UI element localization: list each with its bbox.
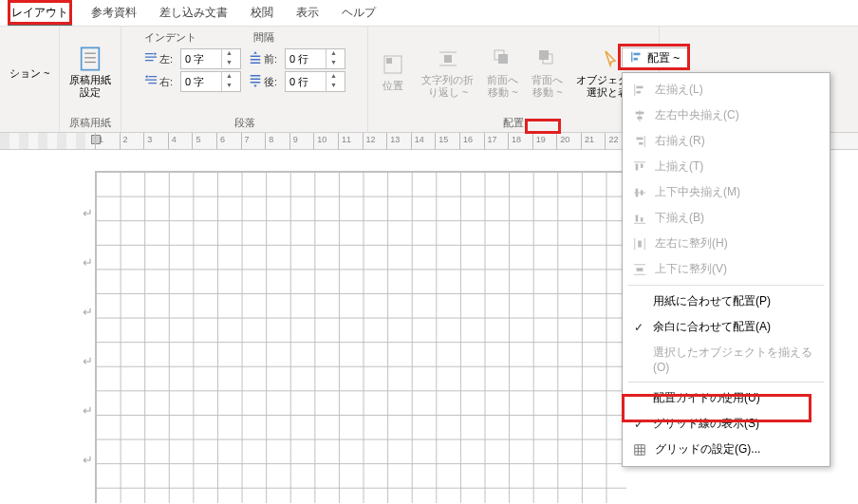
tab-help[interactable]: ヘルプ — [330, 1, 387, 25]
svg-rect-30 — [641, 190, 644, 195]
align-right-icon — [632, 134, 647, 149]
send-backward-button[interactable]: 背面へ 移動 ~ — [528, 44, 567, 101]
spacing-before-value[interactable] — [286, 53, 326, 65]
spacing-after-input[interactable]: ▲▼ — [285, 71, 345, 92]
ribbon-group-arrange: 位置 文字列の折 り返し ~ 前面へ 移動 ~ 背面へ 移動 ~ オブジェクトの… — [368, 27, 660, 132]
menu-use-guides[interactable]: 配置ガイドの使用(U) — [623, 385, 830, 411]
indent-left-input[interactable]: ▲▼ — [180, 48, 241, 69]
svg-rect-0 — [82, 47, 100, 69]
spacing-before-icon — [249, 51, 262, 66]
menu-align-center-h: 左右中央揃え(C) — [623, 103, 830, 128]
menu-align-selected: 選択したオブジェクトを揃える(O) — [623, 340, 830, 379]
menu-align-middle-v: 上下中央揃え(M) — [623, 179, 830, 205]
wrap-icon — [435, 46, 461, 72]
spinner-buttons[interactable]: ▲▼ — [326, 49, 341, 68]
svg-rect-29 — [636, 188, 639, 196]
menu-view-gridlines[interactable]: ✓ グリッド線の表示(S) — [623, 411, 830, 437]
tab-references[interactable]: 参考資料 — [80, 1, 148, 25]
send-back-icon — [534, 46, 561, 72]
menu-align-to-margin[interactable]: ✓ 余白に合わせて配置(A) — [623, 314, 830, 340]
tab-mailings[interactable]: 差し込み文書 — [148, 1, 239, 25]
align-middle-v-icon — [632, 185, 647, 200]
tab-review[interactable]: 校閲 — [239, 1, 285, 25]
spacing-before-input[interactable]: ▲▼ — [285, 48, 345, 69]
grid-icon — [632, 442, 647, 457]
menu-align-to-page[interactable]: 用紙に合わせて配置(P) — [623, 289, 830, 314]
wrap-text-button[interactable]: 文字列の折 り返し ~ — [418, 44, 477, 101]
svg-rect-5 — [386, 58, 392, 64]
menu-label: 上揃え(T) — [655, 159, 703, 175]
group-label-manuscript: 原稿用紙 — [69, 114, 111, 130]
ruler-margin — [0, 133, 95, 149]
menu-label: 左右に整列(H) — [655, 235, 728, 252]
indent-right-input[interactable]: ▲▼ — [180, 71, 241, 92]
menu-align-left: 左揃え(L) — [623, 77, 830, 103]
group-label — [28, 117, 31, 130]
spacing-after-value[interactable] — [286, 76, 326, 87]
menu-label: 右揃え(R) — [655, 133, 705, 149]
menu-label: 選択したオブジェクトを揃える(O) — [653, 345, 820, 374]
menu-distribute-h: 左右に整列(H) — [623, 231, 830, 256]
tab-layout[interactable]: レイアウト — [0, 1, 80, 25]
align-dropdown-menu: 左揃え(L) 左右中央揃え(C) 右揃え(R) 上揃え(T) 上下中央揃え(M)… — [622, 72, 830, 467]
svg-rect-21 — [637, 116, 642, 119]
svg-rect-18 — [637, 90, 641, 93]
ribbon-tabs: レイアウト 参考資料 差し込み文書 校閲 表示 ヘルプ — [0, 0, 858, 27]
menu-grid-settings[interactable]: グリッドの設定(G)... — [623, 437, 830, 462]
menu-label: グリッドの設定(G)... — [655, 441, 760, 457]
ribbon-group-manuscript: 原稿用紙 設定 原稿用紙 — [60, 27, 121, 132]
section-label: ション ~ — [9, 67, 49, 80]
svg-rect-6 — [444, 55, 452, 63]
group-label-arrange: 配置 — [503, 114, 524, 130]
spinner-buttons[interactable]: ▲▼ — [221, 72, 236, 91]
ribbon-group-paragraph: インデント 間隔 左: ▲▼ 前: ▲▼ — [121, 27, 368, 132]
paragraph-mark-icon: ↵ — [83, 403, 93, 418]
indent-right-value[interactable] — [181, 76, 221, 87]
tab-view[interactable]: 表示 — [285, 1, 330, 25]
align-icon — [630, 50, 644, 66]
bring-forward-button[interactable]: 前面へ 移動 ~ — [483, 44, 522, 101]
menu-distribute-v: 上下に整列(V) — [623, 256, 830, 282]
ribbon-group-truncated: ション ~ — [0, 27, 60, 132]
manuscript-settings-button[interactable]: 原稿用紙 設定 — [65, 44, 115, 101]
svg-rect-17 — [637, 85, 644, 88]
right-label: 右: — [159, 75, 173, 89]
left-label: 左: — [159, 52, 173, 66]
svg-rect-9 — [498, 54, 508, 64]
group-label-paragraph: 段落 — [234, 114, 255, 130]
indent-left-value[interactable] — [181, 53, 221, 65]
position-label: 位置 — [382, 80, 403, 92]
wrap-label: 文字列の折 り返し ~ — [421, 74, 474, 99]
check-mark-icon: ✓ — [632, 418, 645, 431]
spinner-buttons[interactable]: ▲▼ — [221, 49, 236, 68]
align-top-icon — [632, 159, 647, 175]
back-label: 背面へ 移動 ~ — [532, 74, 563, 99]
align-button-label: 配置 ~ — [647, 50, 680, 66]
align-dropdown-button[interactable]: 配置 ~ — [622, 47, 688, 68]
svg-rect-24 — [639, 141, 643, 144]
position-button[interactable]: 位置 — [374, 49, 412, 94]
align-bottom-icon — [632, 211, 647, 226]
check-mark-icon: ✓ — [632, 321, 645, 334]
menu-label: 上下中央揃え(M) — [655, 184, 740, 200]
bring-forward-icon — [490, 46, 516, 72]
document-grid[interactable]: ↵ ↵ ↵ ↵ ↵ ↵ — [95, 171, 626, 503]
distribute-h-icon — [632, 236, 647, 252]
section-button[interactable]: ション ~ — [6, 65, 53, 82]
menu-align-right: 右揃え(R) — [623, 128, 830, 154]
menu-label: 用紙に合わせて配置(P) — [653, 293, 771, 309]
position-icon — [380, 51, 406, 78]
align-left-icon — [632, 83, 647, 98]
align-center-h-icon — [632, 108, 647, 123]
spacing-header: 間隔 — [253, 30, 274, 47]
svg-rect-20 — [636, 111, 644, 114]
menu-align-bottom: 下揃え(B) — [623, 205, 830, 231]
indent-header: インデント — [144, 30, 196, 47]
menu-separator — [628, 285, 824, 286]
svg-rect-39 — [637, 268, 644, 271]
svg-rect-33 — [641, 217, 644, 221]
svg-rect-11 — [539, 50, 549, 60]
paragraph-mark-icon: ↵ — [83, 354, 93, 368]
distribute-v-icon — [632, 262, 647, 277]
spinner-buttons[interactable]: ▲▼ — [326, 72, 341, 91]
